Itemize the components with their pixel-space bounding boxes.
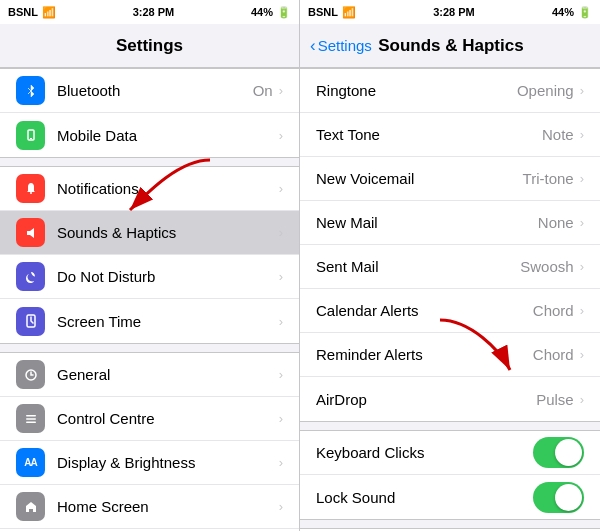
keyboard-clicks-label: Keyboard Clicks [316,444,533,461]
row-lock-sound[interactable]: Lock Sound [300,475,600,519]
mobile-label: Mobile Data [57,127,273,144]
general-chevron: › [279,367,283,382]
svg-rect-5 [26,415,36,417]
home-chevron: › [279,499,283,514]
left-carrier: BSNL [8,6,38,18]
row-notifications[interactable]: Notifications › [0,167,299,211]
right-list: Ringtone Opening › Text Tone Note › New … [300,68,600,531]
right-status-bar: BSNL 📶 3:28 PM 44% 🔋 [300,0,600,24]
row-airdrop[interactable]: AirDrop Pulse › [300,377,600,421]
left-time: 3:28 PM [133,6,175,18]
left-nav-bar: Settings [0,24,299,68]
row-sent-mail[interactable]: Sent Mail Swoosh › [300,245,600,289]
row-home[interactable]: Home Screen › [0,485,299,529]
left-status-left: BSNL 📶 [8,6,56,19]
svg-rect-1 [30,138,32,139]
toggle-thumb-2 [555,484,582,511]
reminder-alerts-value: Chord [533,346,574,363]
sent-mail-chevron: › [580,259,584,274]
bluetooth-chevron: › [279,83,283,98]
text-tone-chevron: › [580,127,584,142]
notifications-icon [16,174,45,203]
left-nav-title: Settings [116,36,183,56]
voicemail-chevron: › [580,171,584,186]
right-panel: BSNL 📶 3:28 PM 44% 🔋 ‹ Settings Sounds &… [300,0,600,531]
row-keyboard-clicks[interactable]: Keyboard Clicks [300,431,600,475]
back-button[interactable]: ‹ Settings [310,36,372,56]
general-label: General [57,366,279,383]
general-icon [16,360,45,389]
calendar-alerts-label: Calendar Alerts [316,302,533,319]
svg-rect-7 [26,421,36,423]
row-general[interactable]: General › [0,353,299,397]
display-label: Display & Brightness [57,454,279,471]
reminder-alerts-chevron: › [580,347,584,362]
back-label: Settings [318,37,372,54]
control-label: Control Centre [57,410,279,427]
row-text-tone[interactable]: Text Tone Note › [300,113,600,157]
text-tone-label: Text Tone [316,126,542,143]
bluetooth-icon [16,76,45,105]
row-ringtone[interactable]: Ringtone Opening › [300,69,600,113]
right-time: 3:28 PM [433,6,475,18]
airdrop-label: AirDrop [316,391,536,408]
right-status-left: BSNL 📶 [308,6,356,19]
back-chevron-icon: ‹ [310,36,316,56]
right-section-sounds: Keyboard Clicks Lock Sound [300,430,600,520]
row-calendar-alerts[interactable]: Calendar Alerts Chord › [300,289,600,333]
mobile-icon [16,121,45,150]
reminder-alerts-label: Reminder Alerts [316,346,533,363]
new-mail-chevron: › [580,215,584,230]
calendar-alerts-value: Chord [533,302,574,319]
display-icon: AA [16,448,45,477]
right-status-right: 44% 🔋 [552,6,592,19]
row-new-voicemail[interactable]: New Voicemail Tri-tone › [300,157,600,201]
row-sounds[interactable]: Sounds & Haptics › [0,211,299,255]
home-icon [16,492,45,521]
bluetooth-value: On [253,82,273,99]
text-tone-value: Note [542,126,574,143]
notifications-chevron: › [279,181,283,196]
left-wifi-icon: 📶 [42,6,56,19]
home-label: Home Screen [57,498,279,515]
row-display[interactable]: AA Display & Brightness › [0,441,299,485]
row-control[interactable]: Control Centre › [0,397,299,441]
section-system: Notifications › Sounds & Haptics › Do No… [0,166,299,344]
screentime-label: Screen Time [57,313,279,330]
row-screentime[interactable]: Screen Time › [0,299,299,343]
sounds-label: Sounds & Haptics [57,224,279,241]
left-panel: BSNL 📶 3:28 PM 44% 🔋 Settings Bluetooth … [0,0,300,531]
row-dnd[interactable]: Do Not Disturb › [0,255,299,299]
right-wifi-icon: 📶 [342,6,356,19]
voicemail-value: Tri-tone [523,170,574,187]
toggle-thumb [555,439,582,466]
keyboard-clicks-toggle[interactable] [533,437,584,468]
ringtone-chevron: › [580,83,584,98]
control-icon [16,404,45,433]
right-nav-title: Sounds & Haptics [372,36,590,56]
new-mail-label: New Mail [316,214,538,231]
dnd-icon [16,262,45,291]
ringtone-value: Opening [517,82,574,99]
voicemail-label: New Voicemail [316,170,523,187]
svg-rect-2 [30,192,32,194]
row-reminder-alerts[interactable]: Reminder Alerts Chord › [300,333,600,377]
row-bluetooth[interactable]: Bluetooth On › [0,69,299,113]
lock-sound-label: Lock Sound [316,489,533,506]
sent-mail-value: Swoosh [520,258,573,275]
row-new-mail[interactable]: New Mail None › [300,201,600,245]
left-battery: 44% [251,6,273,18]
airdrop-chevron: › [580,392,584,407]
settings-list: Bluetooth On › Mobile Data › [0,68,299,531]
right-carrier: BSNL [308,6,338,18]
new-mail-value: None [538,214,574,231]
dnd-label: Do Not Disturb [57,268,279,285]
airdrop-value: Pulse [536,391,574,408]
notifications-label: Notifications [57,180,279,197]
control-chevron: › [279,411,283,426]
section-connectivity: Bluetooth On › Mobile Data › [0,68,299,158]
row-mobile-data[interactable]: Mobile Data › [0,113,299,157]
lock-sound-toggle[interactable] [533,482,584,513]
bluetooth-label: Bluetooth [57,82,253,99]
screentime-chevron: › [279,314,283,329]
